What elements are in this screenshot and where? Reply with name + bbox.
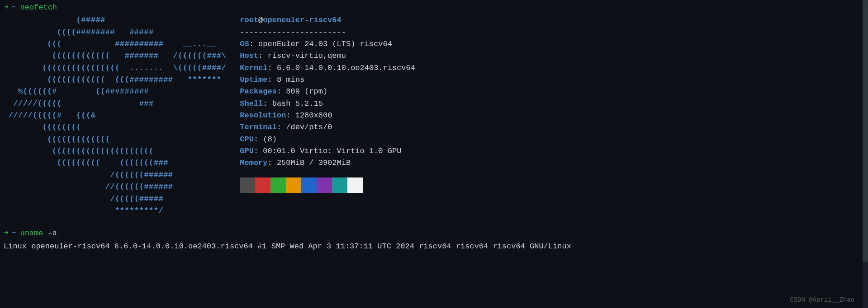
command-neofetch: neofetch xyxy=(20,2,57,14)
prompt-cwd: ~ xyxy=(12,228,16,239)
color-block-2 xyxy=(270,177,286,193)
info-gpu: GPU: 00:01.0 Virtio: Virtio 1.0 GPU xyxy=(240,145,415,157)
color-block-1 xyxy=(255,177,270,193)
color-block-6 xyxy=(332,177,347,193)
info-packages: Packages: 809 (rpm) xyxy=(240,86,415,98)
value-terminal: /dev/pts/0 xyxy=(286,123,332,131)
color-palette xyxy=(240,177,415,193)
scrollbar-track[interactable] xyxy=(863,0,868,308)
prompt-line-neofetch: ➜ ~ neofetch xyxy=(4,2,864,14)
hostname: openeuler-riscv64 xyxy=(263,16,341,24)
info-cpu: CPU: (8) xyxy=(240,134,415,145)
info-host: Host: riscv-virtio,qemu xyxy=(240,50,415,62)
label-kernel: Kernel xyxy=(240,64,267,72)
info-resolution: Resolution: 1280x800 xyxy=(240,110,415,121)
value-uptime: 8 mins xyxy=(277,75,304,84)
user-at-host: root@openeuler-riscv64 xyxy=(240,14,415,26)
label-uptime: Uptime xyxy=(240,75,267,84)
value-memory: 250MiB / 3902MiB xyxy=(277,159,351,167)
color-block-3 xyxy=(286,177,301,193)
command-uname: uname xyxy=(20,228,43,239)
label-memory: Memory xyxy=(240,159,267,167)
value-os: openEuler 24.03 (LTS) riscv64 xyxy=(258,40,392,48)
value-shell: bash 5.2.15 xyxy=(272,99,323,108)
label-host: Host xyxy=(240,51,258,60)
color-block-7 xyxy=(347,177,363,193)
neofetch-output: (##### ((((######## ##### ((( ##########… xyxy=(4,14,864,217)
prompt-arrow-icon: ➜ xyxy=(4,228,8,239)
value-packages: 809 (rpm) xyxy=(286,87,327,96)
username: root xyxy=(240,16,258,24)
scrollbar-thumb[interactable] xyxy=(863,0,868,262)
ascii-logo: (##### ((((######## ##### ((( ##########… xyxy=(4,14,226,217)
label-gpu: GPU xyxy=(240,147,254,155)
info-shell: Shell: bash 5.2.15 xyxy=(240,98,415,110)
prompt-arrow-icon: ➜ xyxy=(4,2,8,14)
value-cpu: (8) xyxy=(263,135,277,144)
value-kernel: 6.6.0-14.0.0.10.oe2403.riscv64 xyxy=(277,64,415,72)
label-os: OS xyxy=(240,40,249,48)
info-terminal: Terminal: /dev/pts/0 xyxy=(240,121,415,133)
command-arg: -a xyxy=(48,228,57,239)
at-sign: @ xyxy=(258,16,263,24)
label-resolution: Resolution xyxy=(240,111,286,120)
uname-output: Linux openeuler-riscv64 6.6.0-14.0.0.10.… xyxy=(4,241,864,252)
prompt-line-uname: ➜ ~ uname -a xyxy=(4,228,864,239)
value-gpu: 00:01.0 Virtio: Virtio 1.0 GPU xyxy=(263,147,401,155)
value-resolution: 1280x800 xyxy=(295,111,332,120)
prompt-cwd: ~ xyxy=(12,2,16,14)
system-info: root@openeuler-riscv64 -----------------… xyxy=(240,14,415,217)
color-block-4 xyxy=(301,177,317,193)
color-block-0 xyxy=(240,177,255,193)
label-shell: Shell xyxy=(240,99,263,108)
label-packages: Packages xyxy=(240,87,277,96)
info-os: OS: openEuler 24.03 (LTS) riscv64 xyxy=(240,38,415,50)
label-terminal: Terminal xyxy=(240,123,277,131)
value-host: riscv-virtio,qemu xyxy=(268,51,346,60)
color-block-5 xyxy=(317,177,332,193)
separator-line: ----------------------- xyxy=(240,27,415,38)
info-uptime: Uptime: 8 mins xyxy=(240,74,415,86)
label-cpu: CPU xyxy=(240,135,254,144)
watermark: CSDN @April__Zhao xyxy=(790,295,854,305)
info-kernel: Kernel: 6.6.0-14.0.0.10.oe2403.riscv64 xyxy=(240,62,415,74)
info-memory: Memory: 250MiB / 3902MiB xyxy=(240,157,415,169)
